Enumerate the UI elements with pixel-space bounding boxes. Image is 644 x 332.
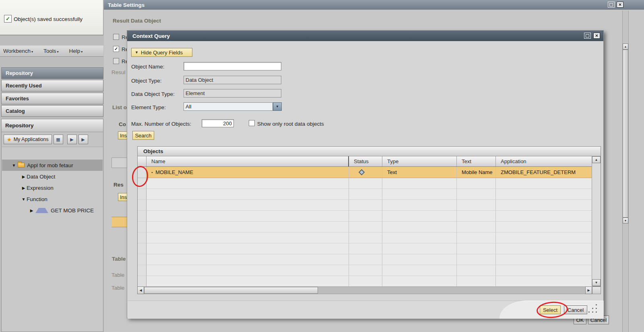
tree-item-expression[interactable]: ▶ Expression (2, 182, 103, 193)
tree-item-get-mob-price[interactable]: ▶ GET MOB PRICE (2, 205, 103, 216)
search-button[interactable]: Search (132, 131, 154, 140)
objects-table-empty-row[interactable] (138, 178, 592, 189)
scroll-up-glyph: ▲ (595, 158, 598, 162)
objects-table-empty-row[interactable] (138, 254, 592, 265)
show-root-checkbox[interactable] (249, 120, 255, 126)
result-checkbox-3[interactable] (113, 58, 119, 64)
dialog-title: Context Query (132, 33, 170, 39)
objects-table-rows: ▪MOBILE_NAME Text Mobile Name ZMOBILE_FE… (138, 167, 592, 287)
scroll-left-glyph: ◀ (139, 288, 142, 292)
column-header-name[interactable]: Name (147, 156, 349, 166)
hide-query-fields-button[interactable]: ▼ Hide Query Fields (131, 48, 192, 57)
close-window-icon[interactable]: ✕ (617, 2, 623, 8)
row-selector[interactable] (138, 189, 147, 200)
row-selector[interactable] (138, 265, 147, 276)
my-applications-button[interactable]: ★ My Applications (4, 135, 52, 144)
menu-workbench-label: Workbench (3, 48, 31, 54)
data-object-type-value: Element (186, 90, 205, 96)
scrollbar-thumb[interactable] (623, 50, 628, 218)
row-selector[interactable] (138, 211, 147, 222)
vertical-scrollbar[interactable]: ▲ ▼ (622, 10, 629, 332)
cell-name[interactable]: ▪MOBILE_NAME (147, 167, 349, 178)
result-checkbox-1[interactable] (113, 34, 119, 40)
close-window-icon[interactable]: ✕ (593, 33, 600, 39)
empty-cell (147, 222, 349, 232)
objects-table-empty-row[interactable] (138, 243, 592, 254)
grid-view-icon[interactable]: ▦ (54, 135, 63, 144)
objects-table-empty-row[interactable] (138, 200, 592, 211)
scrollbar-track[interactable] (144, 286, 585, 294)
empty-cell (349, 189, 382, 200)
sidebar-item-catalog[interactable]: Catalog (1, 105, 103, 117)
scroll-right-icon[interactable]: ▶ (585, 286, 592, 294)
row-selector[interactable] (138, 200, 147, 211)
close-glyph: ✕ (618, 3, 621, 7)
table-vertical-scrollbar[interactable]: ▲ ▼ (592, 156, 601, 286)
table-horizontal-scrollbar[interactable]: ◀ ▶ (137, 286, 592, 294)
objects-table-empty-row[interactable] (138, 276, 592, 287)
restore-window-icon[interactable] (608, 2, 615, 8)
object-name-input[interactable] (184, 62, 281, 71)
column-header-type[interactable]: Type (382, 156, 457, 166)
element-type-dropdown[interactable]: All (184, 102, 273, 111)
resize-grip[interactable] (587, 303, 598, 314)
sidebar-item-label: Recently Used (6, 83, 42, 89)
expander-open-icon[interactable]: ▼ (21, 197, 27, 201)
menu-help[interactable]: Help▾ (69, 48, 83, 54)
context-query-titlebar[interactable]: Context Query (127, 31, 603, 41)
empty-cell (457, 265, 496, 276)
scroll-down-icon[interactable]: ▼ (592, 279, 601, 286)
empty-cell (349, 265, 382, 276)
row-selector[interactable] (138, 232, 147, 243)
tree-item-appl-for-mob-fetaur[interactable]: ▼ Appl for mob fetaur (2, 160, 103, 171)
scrollbar-track[interactable] (592, 163, 601, 279)
scroll-up-icon[interactable]: ▲ (592, 156, 601, 163)
objects-table-empty-row[interactable] (138, 222, 592, 232)
empty-cell (147, 243, 349, 254)
scroll-down-icon[interactable]: ▼ (623, 218, 628, 224)
dropdown-arrow-icon[interactable]: ▼ (273, 102, 282, 111)
scroll-up-icon[interactable]: ▲ (623, 44, 628, 50)
result-checkbox-2[interactable]: ✓ (113, 46, 119, 52)
forward-icon[interactable]: ▶ (78, 135, 88, 144)
table-settings-titlebar[interactable]: Table Settings (104, 0, 644, 10)
objects-table-header: Name Status Type Text Application (138, 156, 592, 167)
sidebar-item-repository[interactable]: Repository (1, 67, 103, 79)
scroll-left-icon[interactable]: ◀ (137, 286, 144, 294)
repository-panel: Repository ★ My Applications ▦ ▶ ▶ ▼ App… (1, 119, 103, 332)
objects-table-empty-row[interactable] (138, 265, 592, 276)
column-header-application[interactable]: Application (496, 156, 592, 166)
sidebar-item-label: Catalog (6, 108, 25, 114)
column-header-text[interactable]: Text (457, 156, 496, 166)
menu-tools[interactable]: Tools▾ (43, 48, 59, 54)
row-selector[interactable] (138, 276, 147, 287)
tree-item-label: Data Object (27, 174, 55, 180)
table-section-label: Table (112, 256, 126, 262)
restore-window-icon[interactable] (584, 33, 591, 39)
menu-workbench[interactable]: Workbench▾ (3, 48, 33, 54)
tree-item-function[interactable]: ▼ Function (2, 193, 103, 205)
sidebar-item-favorites[interactable]: Favorites (1, 93, 103, 104)
forward-step-icon[interactable]: ▶ (67, 135, 77, 144)
sidebar-item-recently-used[interactable]: Recently Used (1, 80, 103, 91)
row-selector[interactable] (138, 243, 147, 254)
check-icon: ✓ (6, 16, 10, 21)
expander-open-icon[interactable]: ▼ (11, 163, 17, 168)
row-selector[interactable] (138, 222, 147, 232)
tree-item-data-object[interactable]: ▶ Data Object (2, 171, 103, 182)
objects-table-empty-row[interactable] (138, 232, 592, 243)
scroll-up-glyph: ▲ (624, 45, 627, 48)
row-selector[interactable] (138, 254, 147, 265)
objects-table-empty-row[interactable] (138, 211, 592, 222)
objects-table-empty-row[interactable] (138, 189, 592, 200)
table-corner-button[interactable] (592, 286, 601, 294)
max-objects-input[interactable] (202, 119, 234, 127)
objects-table-row-mobile-name[interactable]: ▪MOBILE_NAME Text Mobile Name ZMOBILE_FE… (138, 167, 592, 178)
show-root-checkbox-label: Show only root data objects (257, 121, 324, 127)
column-header-status[interactable]: Status (349, 156, 382, 166)
expander-closed-icon[interactable]: ▶ (21, 174, 27, 179)
expander-closed-icon[interactable]: ▶ (29, 208, 35, 213)
search-label: Search (135, 133, 151, 139)
scrollbar-thumb[interactable] (144, 287, 318, 294)
expander-closed-icon[interactable]: ▶ (21, 186, 27, 190)
